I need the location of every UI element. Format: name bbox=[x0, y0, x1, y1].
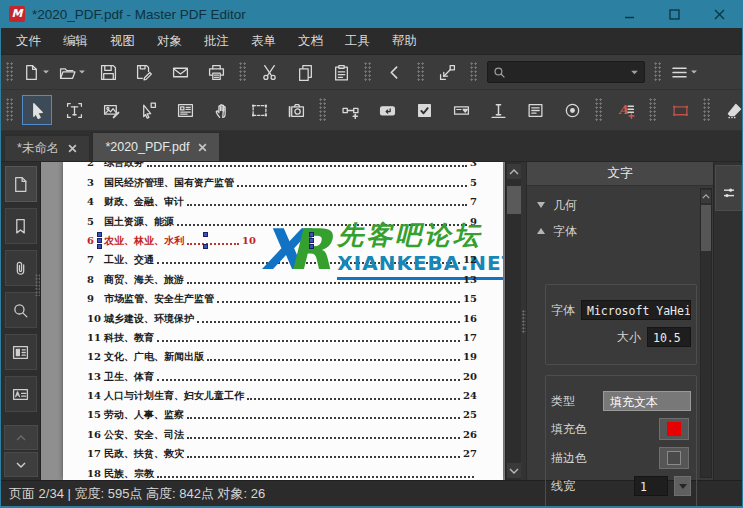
panel-scrollbar[interactable] bbox=[700, 188, 712, 478]
toolbar-grip[interactable] bbox=[6, 98, 14, 122]
toc-entry[interactable]: 17民政、扶贫、救灾27 bbox=[63, 444, 503, 463]
selection-handle[interactable] bbox=[309, 232, 314, 237]
toc-entry[interactable]: 9市场监管、安全生产监管15 bbox=[63, 289, 503, 308]
menu-item-6[interactable]: 表单 bbox=[240, 28, 287, 54]
document-viewport[interactable]: 2综合政务33国民经济管理、国有资产监管54财政、金融、审计75国土资源、能源9… bbox=[41, 162, 521, 480]
toolbar-grip[interactable] bbox=[649, 98, 657, 122]
toc-entry[interactable]: 10城乡建设、环境保护16 bbox=[63, 308, 503, 327]
dropdown-caret-icon[interactable] bbox=[42, 68, 50, 76]
toc-entry[interactable]: 3国民经济管理、国有资产监管5 bbox=[63, 172, 503, 191]
toolbar-grip[interactable] bbox=[703, 98, 711, 122]
snapshot-tool-button[interactable] bbox=[281, 95, 311, 125]
rectangle-annotation-button[interactable] bbox=[665, 95, 695, 125]
toc-entry[interactable]: 11科技、教育17 bbox=[63, 328, 503, 347]
menu-item-4[interactable]: 对象 bbox=[146, 28, 193, 54]
button-field-button[interactable] bbox=[372, 95, 402, 125]
radio-field-button[interactable] bbox=[557, 95, 587, 125]
line-width-caret-button[interactable] bbox=[674, 476, 691, 496]
fit-page-button[interactable] bbox=[433, 59, 462, 85]
toc-entry[interactable]: 4财政、金融、审计7 bbox=[63, 192, 503, 211]
minimize-button[interactable] bbox=[607, 0, 652, 28]
toolbar-grip[interactable] bbox=[6, 62, 14, 82]
document-tab-2[interactable]: *2020_PDF.pdf bbox=[92, 132, 220, 161]
menu-item-9[interactable]: 帮助 bbox=[381, 28, 428, 54]
text-type-dropdown[interactable]: 填充文本 bbox=[603, 391, 691, 411]
search-panel-button[interactable] bbox=[5, 292, 37, 328]
toolbar-grip[interactable] bbox=[239, 62, 247, 82]
tab-close-icon[interactable] bbox=[198, 143, 207, 152]
toolbar-grip[interactable] bbox=[319, 98, 327, 122]
new-document-button[interactable] bbox=[22, 59, 51, 85]
panel-scrollbar-thumb[interactable] bbox=[701, 205, 711, 251]
search-input[interactable] bbox=[506, 64, 630, 80]
sidebar-scroll-up-button[interactable] bbox=[4, 425, 38, 450]
sidebar-scroll-down-button[interactable] bbox=[4, 452, 38, 477]
menu-item-2[interactable]: 编辑 bbox=[52, 28, 99, 54]
toc-entry[interactable]: 8商贸、海关、旅游13 bbox=[63, 269, 503, 288]
toc-entry[interactable]: 13卫生、体育20 bbox=[63, 366, 503, 385]
edit-text-tool-button[interactable] bbox=[59, 95, 89, 125]
text-field-button[interactable] bbox=[483, 95, 513, 125]
save-button[interactable] bbox=[94, 59, 123, 85]
menu-item-7[interactable]: 文档 bbox=[287, 28, 334, 54]
select-tool-button[interactable] bbox=[22, 95, 52, 125]
selection-handle[interactable] bbox=[203, 232, 208, 237]
paste-button[interactable] bbox=[327, 59, 356, 85]
hand-tool-button[interactable] bbox=[207, 95, 237, 125]
attachments-button[interactable] bbox=[5, 250, 37, 286]
save-as-button[interactable] bbox=[130, 59, 159, 85]
toc-entry[interactable]: 14人口与计划生育、妇女儿童工作24 bbox=[63, 386, 503, 405]
print-button[interactable] bbox=[202, 59, 231, 85]
signature-panel-button[interactable] bbox=[5, 376, 37, 412]
toc-entry[interactable]: 5国土资源、能源9 bbox=[63, 211, 503, 230]
edit-image-tool-button[interactable] bbox=[96, 95, 126, 125]
dropdown-caret-icon[interactable] bbox=[78, 68, 86, 76]
toc-entry[interactable]: 18民族、宗教 bbox=[63, 463, 503, 480]
text-comment-tool-button[interactable]: A bbox=[611, 95, 641, 125]
toc-entry[interactable]: 15劳动、人事、监察25 bbox=[63, 405, 503, 424]
menu-item-3[interactable]: 视图 bbox=[99, 28, 146, 54]
dropdown-caret-icon[interactable] bbox=[690, 68, 698, 76]
toc-entry[interactable]: 16公安、安全、司法26 bbox=[63, 424, 503, 443]
scrollbar-thumb[interactable] bbox=[507, 186, 521, 214]
selection-handle[interactable] bbox=[203, 244, 208, 249]
sidebar-splitter-grip[interactable] bbox=[35, 274, 40, 296]
checkbox-field-button[interactable] bbox=[409, 95, 439, 125]
pdf-page[interactable]: 2综合政务33国民经济管理、国有资产监管54财政、金融、审计75国土资源、能源9… bbox=[63, 162, 503, 480]
select-area-tool-button[interactable] bbox=[244, 95, 274, 125]
cut-button[interactable] bbox=[255, 59, 284, 85]
link-tool-button[interactable] bbox=[335, 95, 365, 125]
page-thumbnails-button[interactable] bbox=[5, 166, 37, 202]
maximize-button[interactable] bbox=[652, 0, 697, 28]
menu-item-8[interactable]: 工具 bbox=[334, 28, 381, 54]
section-header-geometry[interactable]: 几何 bbox=[533, 192, 699, 218]
bookmarks-button[interactable] bbox=[5, 208, 37, 244]
copy-button[interactable] bbox=[291, 59, 320, 85]
combobox-field-button[interactable] bbox=[446, 95, 476, 125]
toolbar-grip[interactable] bbox=[595, 98, 603, 122]
selection-handle[interactable] bbox=[97, 238, 102, 243]
selection-handle[interactable] bbox=[97, 244, 102, 249]
edit-forms-tool-button[interactable] bbox=[170, 95, 200, 125]
document-scrollbar[interactable] bbox=[505, 162, 521, 480]
selection-handle[interactable] bbox=[309, 238, 314, 243]
close-button[interactable] bbox=[697, 0, 742, 28]
selection-handle[interactable] bbox=[309, 244, 314, 249]
previous-view-button[interactable] bbox=[380, 59, 409, 85]
fill-color-button[interactable] bbox=[659, 418, 689, 440]
listbox-field-button[interactable] bbox=[520, 95, 550, 125]
toolbar-grip[interactable] bbox=[470, 62, 478, 82]
toolbar-grip[interactable] bbox=[417, 62, 425, 82]
search-dropdown-caret-icon[interactable] bbox=[630, 68, 639, 77]
panel-scroll-up-button[interactable] bbox=[701, 190, 711, 203]
toc-entry[interactable]: 12文化、广电、新闻出版19 bbox=[63, 347, 503, 366]
tab-close-icon[interactable] bbox=[68, 144, 77, 153]
eraser-tool-button[interactable] bbox=[719, 95, 743, 125]
line-width-input[interactable]: 1 bbox=[634, 476, 668, 496]
overflow-menu-button[interactable] bbox=[670, 59, 699, 85]
properties-panel-tab[interactable] bbox=[715, 165, 742, 211]
scroll-up-button[interactable] bbox=[507, 164, 521, 179]
toc-entry[interactable]: 2综合政务3 bbox=[63, 162, 503, 172]
toc-entry[interactable]: 7工业、交通12 bbox=[63, 250, 503, 269]
toolbar-grip[interactable] bbox=[364, 62, 372, 82]
